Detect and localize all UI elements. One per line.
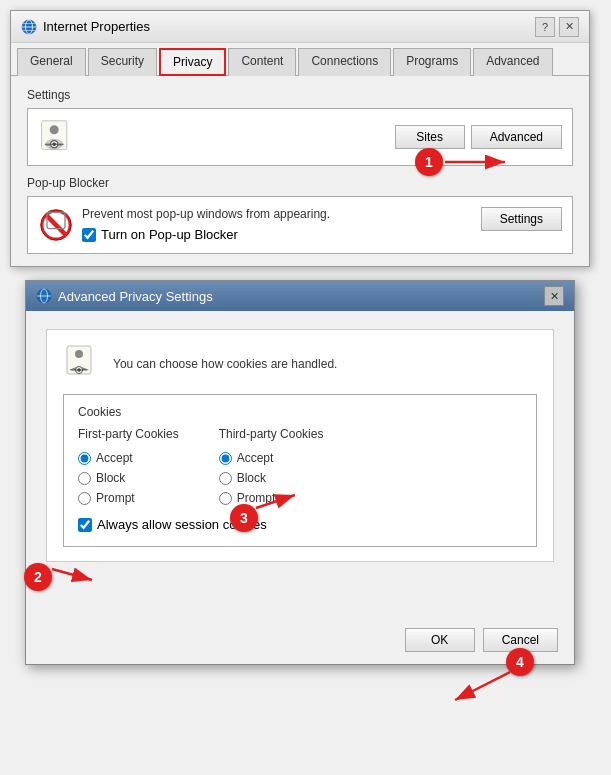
advanced-privacy-dialog: Advanced Privacy Settings ✕ You can choo… bbox=[25, 280, 575, 665]
tab-connections[interactable]: Connections bbox=[298, 48, 391, 76]
tab-security[interactable]: Security bbox=[88, 48, 157, 76]
svg-line-30 bbox=[455, 672, 510, 700]
third-party-header: Third-party Cookies bbox=[219, 427, 324, 441]
window-title: Internet Properties bbox=[43, 19, 150, 34]
third-party-accept-label: Accept bbox=[237, 451, 274, 465]
tab-general[interactable]: General bbox=[17, 48, 86, 76]
popup-blocker-box: Prevent most pop-up windows from appeari… bbox=[27, 196, 573, 254]
popup-checkbox[interactable] bbox=[82, 228, 96, 242]
third-party-block-row: Block bbox=[219, 471, 324, 485]
advanced-button[interactable]: Advanced bbox=[471, 125, 562, 149]
third-party-prompt-row: Prompt bbox=[219, 491, 324, 505]
dialog-close-button[interactable]: ✕ bbox=[544, 286, 564, 306]
tab-privacy[interactable]: Privacy bbox=[159, 48, 226, 76]
cookies-columns: First-party Cookies Accept Block Prompt bbox=[78, 427, 522, 507]
third-party-accept-radio[interactable] bbox=[219, 452, 232, 465]
settings-label: Settings bbox=[27, 88, 573, 102]
dialog-title-text: Advanced Privacy Settings bbox=[58, 289, 213, 304]
dialog-empty-area bbox=[38, 570, 562, 620]
title-bar-controls: ? ✕ bbox=[535, 17, 579, 37]
settings-icon-area bbox=[38, 119, 74, 155]
third-party-block-radio[interactable] bbox=[219, 472, 232, 485]
dialog-title-bar: Advanced Privacy Settings ✕ bbox=[26, 281, 574, 311]
popup-checkbox-row: Turn on Pop-up Blocker bbox=[82, 227, 330, 242]
dialog-body: You can choose how cookies are handled. … bbox=[26, 311, 574, 620]
popup-settings-button[interactable]: Settings bbox=[481, 207, 562, 231]
first-party-accept-radio[interactable] bbox=[78, 452, 91, 465]
tab-advanced[interactable]: Advanced bbox=[473, 48, 552, 76]
cookies-section: Cookies First-party Cookies Accept Block bbox=[63, 394, 537, 547]
ok-button[interactable]: OK bbox=[405, 628, 475, 652]
first-party-col: First-party Cookies Accept Block Prompt bbox=[78, 427, 179, 507]
dialog-info-text: You can choose how cookies are handled. bbox=[113, 357, 337, 371]
third-party-block-label: Block bbox=[237, 471, 266, 485]
first-party-block-row: Block bbox=[78, 471, 179, 485]
third-party-col: Third-party Cookies Accept Block Prompt bbox=[219, 427, 324, 507]
tab-programs[interactable]: Programs bbox=[393, 48, 471, 76]
svg-point-6 bbox=[50, 125, 59, 134]
dialog-info-area: You can choose how cookies are handled. … bbox=[46, 329, 554, 562]
ie-icon bbox=[21, 19, 37, 35]
first-party-header: First-party Cookies bbox=[78, 427, 179, 441]
dialog-title-left: Advanced Privacy Settings bbox=[36, 288, 213, 304]
popup-left: Prevent most pop-up windows from appeari… bbox=[38, 207, 481, 243]
popup-checkbox-label: Turn on Pop-up Blocker bbox=[101, 227, 238, 242]
annotation-4: 4 bbox=[506, 648, 534, 676]
svg-point-19 bbox=[75, 350, 83, 358]
dialog-info-row: You can choose how cookies are handled. bbox=[63, 344, 537, 384]
first-party-prompt-label: Prompt bbox=[96, 491, 135, 505]
settings-box: Sites Advanced bbox=[27, 108, 573, 166]
settings-buttons: Sites Advanced bbox=[395, 125, 562, 149]
close-button[interactable]: ✕ bbox=[559, 17, 579, 37]
first-party-accept-row: Accept bbox=[78, 451, 179, 465]
popup-blocker-section: Pop-up Blocker Prevent most pop-up windo… bbox=[27, 176, 573, 254]
third-party-prompt-radio[interactable] bbox=[219, 492, 232, 505]
privacy-icon bbox=[38, 119, 74, 155]
annotation-2: 2 bbox=[24, 563, 52, 591]
popup-text-area: Prevent most pop-up windows from appeari… bbox=[82, 207, 330, 242]
tab-content[interactable]: Content bbox=[228, 48, 296, 76]
third-party-prompt-label: Prompt bbox=[237, 491, 276, 505]
annotation-1: 1 bbox=[415, 148, 443, 176]
first-party-block-radio[interactable] bbox=[78, 472, 91, 485]
popup-description: Prevent most pop-up windows from appeari… bbox=[82, 207, 330, 221]
sites-button[interactable]: Sites bbox=[395, 125, 465, 149]
first-party-prompt-radio[interactable] bbox=[78, 492, 91, 505]
internet-properties-window: Internet Properties ? ✕ General Security… bbox=[10, 10, 590, 267]
help-button[interactable]: ? bbox=[535, 17, 555, 37]
annotation-3: 3 bbox=[230, 504, 258, 532]
third-party-accept-row: Accept bbox=[219, 451, 324, 465]
dialog-privacy-icon bbox=[63, 344, 103, 384]
window-content: Settings Sites Advanced Pop bbox=[11, 76, 589, 266]
first-party-accept-label: Accept bbox=[96, 451, 133, 465]
first-party-prompt-row: Prompt bbox=[78, 491, 179, 505]
popup-blocker-label: Pop-up Blocker bbox=[27, 176, 573, 190]
no-popup-icon bbox=[38, 207, 74, 243]
tab-bar: General Security Privacy Content Connect… bbox=[11, 43, 589, 76]
title-bar: Internet Properties ? ✕ bbox=[11, 11, 589, 43]
dialog-icon bbox=[36, 288, 52, 304]
first-party-block-label: Block bbox=[96, 471, 125, 485]
title-bar-left: Internet Properties bbox=[21, 19, 150, 35]
session-cookie-row: Always allow session cookies bbox=[78, 517, 522, 532]
dialog-footer: OK Cancel bbox=[26, 620, 574, 664]
session-cookies-checkbox[interactable] bbox=[78, 518, 92, 532]
cookies-label: Cookies bbox=[78, 405, 522, 419]
